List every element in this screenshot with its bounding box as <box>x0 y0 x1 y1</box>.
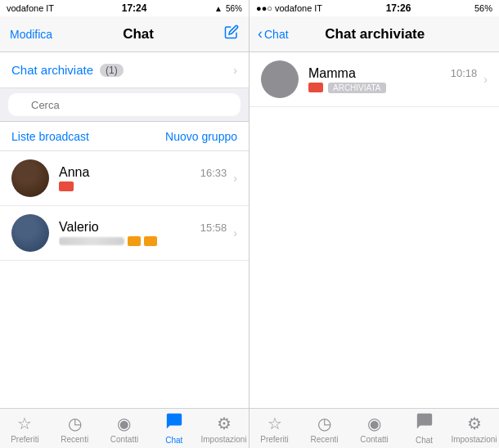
back-chevron-icon: ‹ <box>258 25 263 43</box>
broadcast-label[interactable]: Liste broadcast <box>11 130 89 143</box>
chat-name-mamma: Mamma <box>308 66 356 81</box>
right-tab-impostazioni-label: Impostazioni <box>451 435 497 444</box>
clock-icon: ◷ <box>68 414 82 433</box>
archived-badge: (1) <box>100 64 124 77</box>
chat-list: Anna 16:33 › Valerio 15:58 <box>0 151 249 408</box>
person-icon: ◉ <box>117 414 131 433</box>
chat-chevron-anna: › <box>233 172 237 185</box>
avatar-mamma <box>261 60 299 98</box>
right-time: 17:26 <box>386 2 411 14</box>
tab-impostazioni[interactable]: ⚙ Impostazioni <box>199 409 249 448</box>
chat-item-valerio[interactable]: Valerio 15:58 › <box>0 206 249 261</box>
star-icon: ☆ <box>17 414 32 433</box>
new-group-button[interactable]: Nuovo gruppo <box>165 130 237 143</box>
left-carrier: vodafone IT <box>7 3 54 13</box>
avatar-anna <box>11 159 49 197</box>
tab-preferiti[interactable]: ☆ Preferiti <box>0 409 50 448</box>
left-signal-icon: ▲ <box>214 4 223 13</box>
right-nav-title: Chat archiviate <box>292 26 458 43</box>
right-clock-icon: ◷ <box>317 414 331 433</box>
chat-preview-valerio <box>59 236 227 246</box>
right-carrier: ●●○ vodafone IT <box>256 3 322 13</box>
chat-chevron-valerio: › <box>233 226 237 240</box>
chat-time-valerio: 15:58 <box>200 222 227 234</box>
archived-label: Chat archiviate <box>11 63 93 77</box>
right-tab-contatti[interactable]: ◉ Contatti <box>349 409 399 448</box>
chat-info-mamma: Mamma 10:18 ARCHIVIATA <box>308 66 477 93</box>
left-status-icons: ▲ 56% <box>214 4 242 13</box>
edit-button[interactable]: Modifica <box>10 28 52 41</box>
tab-impostazioni-label: Impostazioni <box>201 435 247 444</box>
right-tab-recenti[interactable]: ◷ Recenti <box>299 409 349 448</box>
right-tab-impostazioni[interactable]: ⚙ Impostazioni <box>449 409 499 448</box>
chat-info-anna: Anna 16:33 <box>59 165 227 191</box>
emoji-preview-mamma <box>308 83 323 92</box>
right-tab-bar: ☆ Preferiti ◷ Recenti ◉ Contatti Chat ⚙ … <box>250 408 499 448</box>
archived-chevron-icon: › <box>233 64 237 77</box>
right-star-icon: ☆ <box>267 414 282 433</box>
right-tab-preferiti-label: Preferiti <box>260 435 288 444</box>
tab-preferiti-label: Preferiti <box>11 435 38 444</box>
right-gear-icon: ⚙ <box>467 414 482 433</box>
broadcast-row: Liste broadcast Nuovo gruppo <box>0 122 249 151</box>
blurred-preview-valerio <box>59 237 124 245</box>
left-nav-bar: Modifica Chat <box>0 16 249 52</box>
chat-chevron-mamma: › <box>483 73 488 86</box>
gear-icon: ⚙ <box>217 414 232 433</box>
emoji-preview-anna <box>59 181 74 191</box>
archived-list: Mamma 10:18 ARCHIVIATA › <box>250 52 499 408</box>
tab-contatti[interactable]: ◉ Contatti <box>100 409 150 448</box>
chat-preview-anna <box>59 181 227 191</box>
avatar-valerio <box>11 214 49 252</box>
chat-name-row-mamma: Mamma 10:18 <box>308 66 477 81</box>
right-nav-bar: ‹ Chat Chat archiviate <box>250 16 499 52</box>
right-chat-icon <box>416 412 434 434</box>
right-battery: 56% <box>474 3 492 13</box>
tab-recenti-label: Recenti <box>61 435 88 444</box>
chat-name-row-anna: Anna 16:33 <box>59 165 227 180</box>
back-label: Chat <box>264 28 289 41</box>
right-tab-contatti-label: Contatti <box>360 435 388 444</box>
search-input[interactable] <box>8 93 241 116</box>
left-battery: 56% <box>226 4 242 13</box>
right-tab-preferiti[interactable]: ☆ Preferiti <box>250 409 299 448</box>
chat-preview-mamma: ARCHIVIATA <box>308 83 477 93</box>
archived-chats-row[interactable]: Chat archiviate (1) › <box>0 52 249 88</box>
back-button[interactable]: ‹ Chat <box>258 25 289 43</box>
tab-contatti-label: Contatti <box>110 435 138 444</box>
left-time: 17:24 <box>122 2 147 14</box>
tab-chat[interactable]: Chat <box>149 409 199 448</box>
left-tab-bar: ☆ Preferiti ◷ Recenti ◉ Contatti Chat ⚙ … <box>0 408 249 448</box>
chat-name-valerio: Valerio <box>59 220 99 235</box>
left-nav-title: Chat <box>123 26 154 43</box>
chat-icon <box>165 412 183 434</box>
chat-item-anna[interactable]: Anna 16:33 › <box>0 151 249 206</box>
chat-name-anna: Anna <box>59 165 89 180</box>
right-panel: ●●○ vodafone IT 17:26 56% ‹ Chat Chat ar… <box>250 0 499 448</box>
tab-chat-label: Chat <box>165 436 182 445</box>
chat-time-mamma: 10:18 <box>451 67 478 79</box>
archived-chat-mamma[interactable]: Mamma 10:18 ARCHIVIATA › <box>250 52 499 107</box>
archived-left: Chat archiviate (1) <box>11 63 124 77</box>
chat-name-row-valerio: Valerio 15:58 <box>59 220 227 235</box>
compose-button[interactable] <box>224 25 239 43</box>
right-tab-chat-label: Chat <box>416 436 433 445</box>
archiviata-badge: ARCHIVIATA <box>328 83 386 93</box>
left-panel: vodafone IT 17:24 ▲ 56% Modifica Chat Ch… <box>0 0 250 448</box>
tab-recenti[interactable]: ◷ Recenti <box>50 409 100 448</box>
right-status-bar: ●●○ vodafone IT 17:26 56% <box>250 0 499 16</box>
chat-time-anna: 16:33 <box>200 167 227 179</box>
right-tab-chat[interactable]: Chat <box>399 409 449 448</box>
chat-info-valerio: Valerio 15:58 <box>59 220 227 246</box>
right-person-icon: ◉ <box>367 414 381 433</box>
search-bar-container: 🔍 <box>0 88 249 122</box>
search-wrap: 🔍 <box>8 93 241 116</box>
left-status-bar: vodafone IT 17:24 ▲ 56% <box>0 0 249 16</box>
right-tab-recenti-label: Recenti <box>311 435 339 444</box>
emoji-gold-valerio <box>128 236 141 246</box>
emoji-gold2-valerio <box>144 236 157 246</box>
